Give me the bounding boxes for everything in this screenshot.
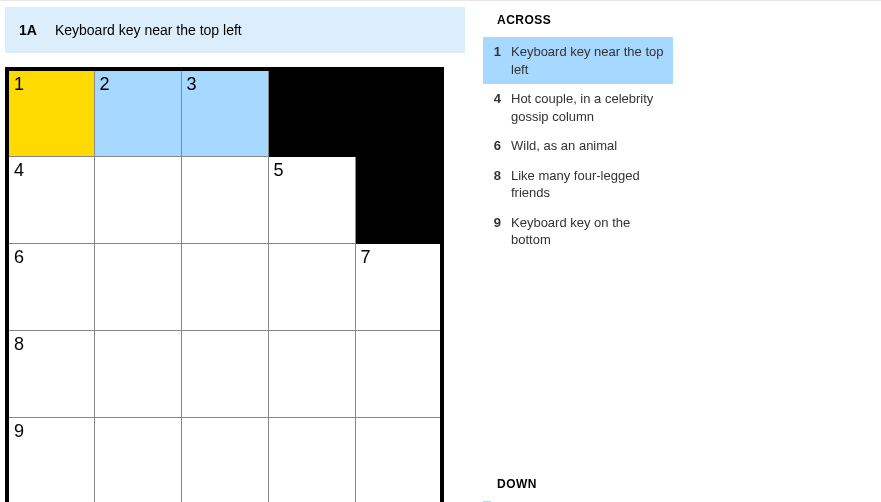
clue-text: Keyboard key near the top left xyxy=(511,43,667,78)
down-heading: DOWN xyxy=(483,477,673,491)
across-clue-1[interactable]: 1Keyboard key near the top left xyxy=(483,37,673,84)
clue-text: Keyboard key on the bottom xyxy=(511,214,667,249)
cell-r3-c0[interactable]: 8 xyxy=(7,330,94,417)
cell-r3-c2[interactable] xyxy=(181,330,268,417)
cell-r1-c3[interactable]: 5 xyxy=(268,156,355,243)
cell-number: 7 xyxy=(361,247,371,268)
clue-number: 4 xyxy=(483,90,511,108)
cell-r3-c4[interactable] xyxy=(355,330,442,417)
clue-number: 1 xyxy=(483,43,511,61)
across-heading: ACROSS xyxy=(483,13,673,27)
cell-number: 8 xyxy=(14,334,24,355)
clue-text: Wild, as an animal xyxy=(511,137,667,155)
across-clue-list: 1Keyboard key near the top left4Hot coup… xyxy=(483,37,673,255)
clue-text: Like many four-legged friends xyxy=(511,167,667,202)
across-column: ACROSS 1Keyboard key near the top left4H… xyxy=(483,13,673,477)
cell-number: 2 xyxy=(100,74,110,95)
cell-r2-c0[interactable]: 6 xyxy=(7,243,94,330)
cell-r1-c2[interactable] xyxy=(181,156,268,243)
cell-r0-c3 xyxy=(268,69,355,156)
cell-r3-c3[interactable] xyxy=(268,330,355,417)
cell-r1-c1[interactable] xyxy=(94,156,181,243)
cell-number: 1 xyxy=(14,74,24,95)
current-clue-text: Keyboard key near the top left xyxy=(55,22,242,38)
clue-text: Hot couple, in a celebrity gossip column xyxy=(511,90,667,125)
crossword-grid[interactable]: 123456789 xyxy=(5,67,444,502)
across-clue-8[interactable]: 8Like many four-legged friends xyxy=(483,161,673,208)
cell-number: 5 xyxy=(274,160,284,181)
across-clue-6[interactable]: 6Wild, as an animal xyxy=(483,131,673,161)
cell-r2-c1[interactable] xyxy=(94,243,181,330)
grid-container: 123456789 xyxy=(5,67,465,502)
cell-r4-c4[interactable] xyxy=(355,417,442,502)
current-clue-label: 1A xyxy=(19,22,37,38)
cell-r1-c0[interactable]: 4 xyxy=(7,156,94,243)
across-clue-4[interactable]: 4Hot couple, in a celebrity gossip colum… xyxy=(483,84,673,131)
cell-r0-c1[interactable]: 2 xyxy=(94,69,181,156)
left-panel: 1A Keyboard key near the top left 123456… xyxy=(5,7,465,502)
cell-r4-c1[interactable] xyxy=(94,417,181,502)
across-clue-9[interactable]: 9Keyboard key on the bottom xyxy=(483,208,673,255)
cell-r1-c4 xyxy=(355,156,442,243)
down-column: DOWN 1Little spats2Thoroughly devoured3Y… xyxy=(483,477,673,502)
cell-number: 6 xyxy=(14,247,24,268)
clue-lists: ACROSS 1Keyboard key near the top left4H… xyxy=(483,7,876,13)
cell-r0-c2[interactable]: 3 xyxy=(181,69,268,156)
cell-r4-c2[interactable] xyxy=(181,417,268,502)
cell-r0-c4 xyxy=(355,69,442,156)
crossword-page: 1A Keyboard key near the top left 123456… xyxy=(0,0,881,502)
cell-r2-c4[interactable]: 7 xyxy=(355,243,442,330)
cell-r2-c3[interactable] xyxy=(268,243,355,330)
cell-r4-c3[interactable] xyxy=(268,417,355,502)
cell-number: 4 xyxy=(14,160,24,181)
cell-number: 9 xyxy=(14,421,24,442)
cell-r2-c2[interactable] xyxy=(181,243,268,330)
cell-r4-c0[interactable]: 9 xyxy=(7,417,94,502)
cell-r0-c0[interactable]: 1 xyxy=(7,69,94,156)
clue-number: 6 xyxy=(483,137,511,155)
clue-number: 9 xyxy=(483,214,511,232)
cell-r3-c1[interactable] xyxy=(94,330,181,417)
across-scroll[interactable]: 1Keyboard key near the top left4Hot coup… xyxy=(483,37,673,477)
clue-number: 8 xyxy=(483,167,511,185)
current-clue-bar[interactable]: 1A Keyboard key near the top left xyxy=(5,7,465,53)
cell-number: 3 xyxy=(187,74,197,95)
